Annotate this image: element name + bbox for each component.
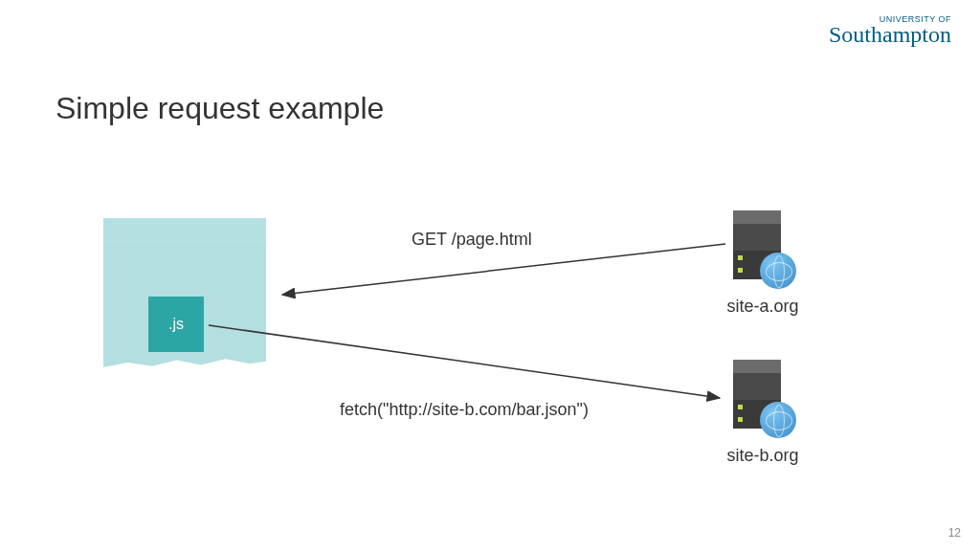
- globe-icon: [760, 253, 796, 289]
- slide-title: Simple request example: [56, 91, 384, 126]
- server-a-label: site-a.org: [710, 297, 815, 317]
- university-logo: UNIVERSITY OF Southampton: [829, 14, 951, 48]
- globe-icon: [760, 402, 796, 438]
- get-request-label: GET /page.html: [412, 230, 532, 250]
- fetch-call-label: fetch("http://site-b.com/bar.json"): [340, 400, 589, 420]
- server-b-label: site-b.org: [710, 446, 815, 466]
- arrow-get: [282, 244, 725, 295]
- page-number: 12: [948, 526, 961, 540]
- js-label: .js: [168, 316, 184, 333]
- logo-title: Southampton: [829, 22, 951, 48]
- server-b: site-b.org: [729, 360, 796, 436]
- server-a: site-a.org: [729, 210, 796, 287]
- js-file-box: .js: [148, 297, 204, 352]
- diagram-area: .js GET /page.html fetch("http://site-b.…: [0, 191, 980, 497]
- arrow-fetch: [209, 325, 720, 398]
